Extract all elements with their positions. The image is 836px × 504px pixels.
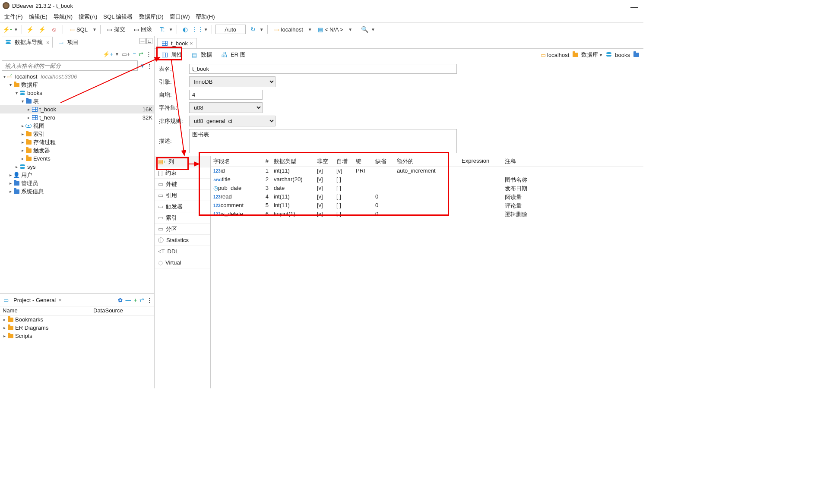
main-toolbar: ⚡+▼ ⚡ ⚡ ⦸ ▭SQL▼ ▭提交 ▭回滚 T:▼ ◐ ⋮⋮▼ ↻▼ ▭lo… xyxy=(0,22,643,36)
tab-db-navigator[interactable]: 数据库导航 × xyxy=(2,37,53,48)
column-row[interactable]: 123comment5int(11)[v][ ]0评论量 xyxy=(211,202,643,210)
close-icon[interactable]: × xyxy=(190,40,193,47)
filter-icon[interactable]: ▼ xyxy=(139,63,145,69)
column-row[interactable]: ABCtitle2varchar(20)[v][ ]图书名称 xyxy=(211,176,643,184)
link-icon[interactable]: ⋮⋮ xyxy=(193,25,202,34)
input-autoinc[interactable] xyxy=(189,90,263,100)
cat-indexes[interactable]: ▭索引 xyxy=(155,212,210,224)
tree-host[interactable]: ▾▭✓localhost - localhost:3306 xyxy=(0,72,154,81)
breadcrumb: ▭localhost 数据库▼ books xyxy=(541,51,641,59)
connect-icon[interactable]: ⚡ xyxy=(25,25,35,34)
filter-menu-icon[interactable]: ⋮ xyxy=(147,63,152,69)
link-icon[interactable]: ⇄ xyxy=(139,297,144,303)
tree-events[interactable]: ▸Events xyxy=(0,154,154,163)
menu-database[interactable]: 数据库(D) xyxy=(139,13,164,21)
cat-fk[interactable]: ▭外键 xyxy=(155,179,210,190)
tree-tables[interactable]: ▾表 xyxy=(0,97,154,105)
bc-schema[interactable]: books xyxy=(605,52,630,58)
textarea-desc[interactable]: 图书表 xyxy=(189,129,457,153)
new-connection-icon[interactable]: ⚡+ xyxy=(3,25,12,34)
editor-tab-tbook[interactable]: t_book × xyxy=(157,38,197,48)
tree-views[interactable]: ▸视图 xyxy=(0,122,154,130)
titlebar: DBeaver 21.3.2 - t_book — xyxy=(0,0,643,11)
subtab-properties[interactable]: 属性 xyxy=(157,49,186,61)
project-scripts[interactable]: ▸Scripts xyxy=(0,332,154,340)
collapse-all-icon[interactable]: — xyxy=(125,297,131,303)
gear-icon[interactable]: ✿ xyxy=(118,297,123,303)
close-icon[interactable]: × xyxy=(58,297,62,303)
commit-button[interactable]: ▭提交 xyxy=(104,24,128,35)
database-selector[interactable]: ▤< N/A > xyxy=(315,25,346,34)
new-folder-icon[interactable]: ▭+ xyxy=(122,51,130,57)
cat-partitions[interactable]: ▭分区 xyxy=(155,224,210,235)
tree-sysinfo[interactable]: ▸系统信息 xyxy=(0,187,154,195)
collapse-icon[interactable]: = xyxy=(133,51,136,57)
project-erdiagrams[interactable]: ▸ER Diagrams xyxy=(0,324,154,332)
connection-selector[interactable]: ▭localhost xyxy=(271,25,306,34)
col-datasource[interactable]: DataSource xyxy=(91,306,126,315)
rollback-button[interactable]: ▭回滚 xyxy=(131,24,155,35)
label-charset: 字符集: xyxy=(159,104,189,112)
select-charset[interactable]: utf8 xyxy=(189,102,263,113)
search-icon[interactable]: 🔍 xyxy=(360,25,369,34)
select-collation[interactable]: utf8_general_ci xyxy=(189,116,276,126)
cat-constraints[interactable]: [ ]约束 xyxy=(155,167,210,179)
disconnect-icon[interactable]: ⚡ xyxy=(38,25,47,34)
minimize-view-icon[interactable]: — xyxy=(139,38,146,44)
tree-table-tbook[interactable]: ▸t_book16K xyxy=(0,105,154,113)
menu-window[interactable]: 窗口(W) xyxy=(170,13,190,21)
menubar: 文件(F) 编辑(E) 导航(N) 搜索(A) SQL 编辑器 数据库(D) 窗… xyxy=(0,11,643,22)
select-engine[interactable]: InnoDB xyxy=(189,76,276,87)
history-icon[interactable]: ↻ xyxy=(248,25,258,34)
gauge-icon[interactable]: ◐ xyxy=(180,25,190,34)
menu-sql[interactable]: SQL 编辑器 xyxy=(103,13,133,21)
column-row[interactable]: 123read4int(11)[v][ ]0阅读量 xyxy=(211,193,643,202)
cat-columns[interactable]: ▤+列 xyxy=(155,156,210,167)
subtab-er[interactable]: 品ER 图 xyxy=(217,49,250,61)
tree-procedures[interactable]: ▸存储过程 xyxy=(0,138,154,146)
cat-virtual[interactable]: ◌Virtual xyxy=(155,257,210,268)
tab-projects[interactable]: ▭ 项目 xyxy=(54,37,82,48)
cat-refs[interactable]: ▭引用 xyxy=(155,190,210,201)
app-logo-icon xyxy=(3,2,10,9)
tree-admin[interactable]: ▸管理员 xyxy=(0,179,154,187)
subtab-data[interactable]: ▤数据 xyxy=(187,49,216,61)
stop-icon[interactable]: ⦸ xyxy=(50,25,59,34)
tree-filter-input[interactable] xyxy=(2,60,138,71)
menu-nav[interactable]: 导航(N) xyxy=(54,13,73,21)
tree-table-thero[interactable]: ▸t_hero32K xyxy=(0,113,154,122)
column-row[interactable]: 123is_delete6tinyint(1)[v][ ]0逻辑删除 xyxy=(211,210,643,219)
link-editor-icon[interactable]: ⇄ xyxy=(139,51,143,57)
tree-triggers[interactable]: ▸触发器 xyxy=(0,146,154,154)
cat-stats[interactable]: ⓘStatistics xyxy=(155,235,210,246)
cat-ddl[interactable]: <TDDL xyxy=(155,246,210,257)
minimize-icon[interactable]: — xyxy=(630,3,638,12)
bc-db[interactable]: 数据库▼ xyxy=(572,51,603,59)
col-name[interactable]: Name xyxy=(0,306,91,315)
bc-host[interactable]: ▭localhost xyxy=(541,52,569,58)
tree-users[interactable]: ▸👤用户 xyxy=(0,171,154,179)
close-icon[interactable]: × xyxy=(46,39,50,46)
input-tablename[interactable] xyxy=(189,64,457,74)
view-menu-icon[interactable]: ⋮ xyxy=(146,51,152,57)
project-bookmarks[interactable]: ▸Bookmarks xyxy=(0,315,154,324)
cat-triggers[interactable]: ▭触发器 xyxy=(155,201,210,212)
menu-edit[interactable]: 编辑(E) xyxy=(29,13,48,21)
tree-databases[interactable]: ▾数据库 xyxy=(0,81,154,89)
tx-mode-icon[interactable]: T: xyxy=(158,25,167,34)
tree-indexes[interactable]: ▸索引 xyxy=(0,130,154,138)
add-icon[interactable]: + xyxy=(133,297,137,303)
window-title: DBeaver 21.3.2 - t_book xyxy=(12,3,73,9)
new-conn-icon[interactable]: ⚡+ xyxy=(103,51,113,57)
column-row[interactable]: 123id1int(11)[v][v]PRIauto_increment xyxy=(211,167,643,176)
menu-file[interactable]: 文件(F) xyxy=(4,13,23,21)
maximize-view-icon[interactable]: ▢ xyxy=(146,38,152,44)
menu-help[interactable]: 帮助(H) xyxy=(196,13,215,21)
sql-editor-button[interactable]: ▭SQL xyxy=(66,25,91,34)
view-menu-icon[interactable]: ⋮ xyxy=(147,297,152,303)
column-row[interactable]: ◷pub_date3date[v][ ]发布日期 xyxy=(211,184,643,193)
auto-commit-input[interactable] xyxy=(215,25,246,34)
menu-search[interactable]: 搜索(A) xyxy=(79,13,97,21)
tree-schema-books[interactable]: ▾books xyxy=(0,89,154,97)
tree-schema-sys[interactable]: ▸sys xyxy=(0,163,154,171)
